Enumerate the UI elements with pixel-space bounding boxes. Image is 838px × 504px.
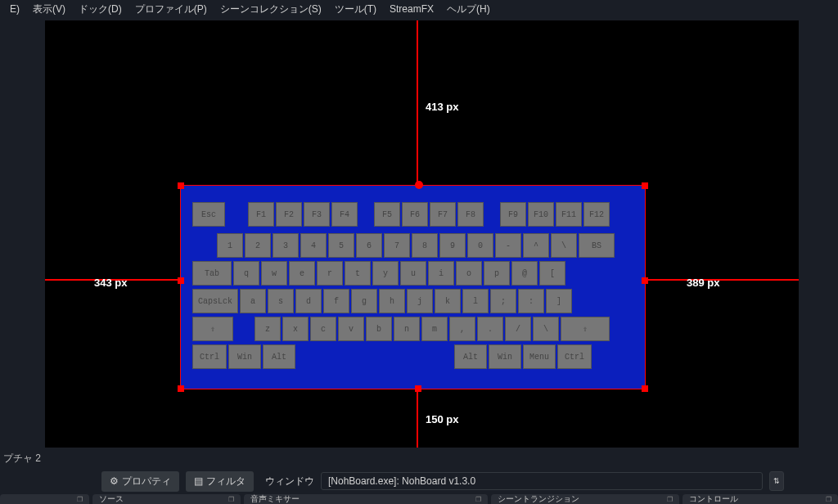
properties-button[interactable]: ⚙ プロパティ xyxy=(101,471,179,492)
menu-profile[interactable]: プロファイル(P) xyxy=(128,1,214,18)
handle-ne[interactable] xyxy=(642,182,648,189)
key-menu: Menu xyxy=(523,344,556,369)
key-y: y xyxy=(372,261,399,286)
properties-label: プロパティ xyxy=(122,475,171,488)
menu-edit[interactable]: E) xyxy=(3,2,26,16)
menu-streamfx[interactable]: StreamFX xyxy=(383,2,440,16)
menu-scenes[interactable]: シーンコレクション(S) xyxy=(214,1,328,18)
filters-button[interactable]: ▤ フィルタ xyxy=(186,471,254,492)
key-7: 7 xyxy=(384,233,410,258)
handle-sw[interactable] xyxy=(178,385,184,392)
key-f11: F11 xyxy=(556,202,582,227)
gap-label-top: 413 px xyxy=(426,101,458,113)
key-u: u xyxy=(400,261,426,286)
key-t: t xyxy=(345,261,371,286)
key-n: n xyxy=(394,317,420,341)
restore-icon: ❐ xyxy=(667,496,673,503)
gear-icon: ⚙ xyxy=(110,475,119,487)
key-k: k xyxy=(435,289,461,313)
restore-icon: ❐ xyxy=(475,496,481,503)
tab-capture[interactable]: プチャ 2 xyxy=(3,452,41,466)
menu-view[interactable]: 表示(V) xyxy=(26,1,72,18)
key-win: Win xyxy=(489,344,521,369)
key-]: ] xyxy=(546,289,572,313)
dock-audio-mixer[interactable]: 音声ミキサー❐ xyxy=(244,494,487,504)
key-8: 8 xyxy=(412,233,438,258)
key-h: h xyxy=(379,289,405,313)
window-stepper[interactable]: ⇅ xyxy=(769,471,784,491)
key-f9: F9 xyxy=(500,202,526,227)
restore-icon: ❐ xyxy=(826,496,831,503)
key-x: x xyxy=(282,317,309,341)
key-win: Win xyxy=(228,344,261,369)
key-,: , xyxy=(449,317,475,341)
key-f1: F1 xyxy=(248,202,274,227)
key-.: . xyxy=(477,317,503,341)
key-f: f xyxy=(323,289,349,313)
restore-icon: ❐ xyxy=(228,496,234,503)
handle-s[interactable] xyxy=(415,385,421,392)
key-tab: Tab xyxy=(192,261,232,286)
guide-vertical-bottom xyxy=(417,389,418,448)
window-label: ウィンドウ xyxy=(265,475,314,488)
dock-sources[interactable]: ソース❐ xyxy=(92,494,241,504)
guide-vertical-top xyxy=(417,20,418,185)
menu-dock[interactable]: ドック(D) xyxy=(72,1,128,18)
key-1: 1 xyxy=(217,233,243,258)
key-⇧: ⇧ xyxy=(561,317,610,341)
key-i: i xyxy=(428,261,454,286)
handle-w[interactable] xyxy=(178,277,184,284)
selected-source[interactable]: EscF1F2F3F4F5F6F7F8F9F10F11F12 123456789… xyxy=(180,185,646,389)
menu-tools[interactable]: ツール(T) xyxy=(328,1,383,18)
handle-n[interactable] xyxy=(415,181,423,189)
key-⇧: ⇧ xyxy=(192,317,233,341)
dock-scenes[interactable]: ❐ xyxy=(0,494,89,504)
key-w: w xyxy=(261,261,287,286)
window-dropdown[interactable]: [NohBoard.exe]: NohBoard v1.3.0 xyxy=(321,472,763,490)
preview-tabs: プチャ 2 xyxy=(0,448,41,468)
key-f4: F4 xyxy=(331,202,358,227)
key-;: ; xyxy=(490,289,516,313)
key-f12: F12 xyxy=(583,202,610,227)
key-alt: Alt xyxy=(263,344,295,369)
nohboard-keyboard: EscF1F2F3F4F5F6F7F8F9F10F11F12 123456789… xyxy=(192,202,634,380)
menu-help[interactable]: ヘルプ(H) xyxy=(440,1,497,18)
key-l: l xyxy=(462,289,489,313)
key-b: b xyxy=(366,317,392,341)
key-z: z xyxy=(255,317,281,341)
key-2: 2 xyxy=(245,233,271,258)
key-capslck: CapsLck xyxy=(192,289,238,313)
handle-e[interactable] xyxy=(642,277,648,284)
key-ctrl: Ctrl xyxy=(557,344,592,369)
key-f7: F7 xyxy=(430,202,456,227)
dock-controls[interactable]: コントロール❐ xyxy=(683,494,838,504)
key-q: q xyxy=(233,261,259,286)
key-bs: BS xyxy=(579,233,615,258)
dock-scene-transitions[interactable]: シーントランジション❐ xyxy=(491,494,679,504)
key-[: [ xyxy=(539,261,565,286)
key-esc: Esc xyxy=(192,202,225,227)
key-g: g xyxy=(351,289,377,313)
key-3: 3 xyxy=(273,233,299,258)
key-\: \ xyxy=(551,233,577,258)
key-:: : xyxy=(518,289,544,313)
key-d: d xyxy=(295,289,322,313)
source-toolbar: ⚙ プロパティ ▤ フィルタ ウィンドウ [NohBoard.exe]: Noh… xyxy=(0,470,838,493)
handle-se[interactable] xyxy=(642,385,648,392)
window-value: [NohBoard.exe]: NohBoard v1.3.0 xyxy=(328,475,475,487)
key-p: p xyxy=(484,261,510,286)
key-6: 6 xyxy=(356,233,382,258)
key-4: 4 xyxy=(300,233,327,258)
key-f3: F3 xyxy=(304,202,330,227)
key-r: r xyxy=(317,261,343,286)
key--: - xyxy=(495,233,521,258)
preview-canvas[interactable]: 413 px 343 px 389 px 150 px EscF1F2F3F4F… xyxy=(45,20,799,448)
key-e: e xyxy=(289,261,315,286)
key-0: 0 xyxy=(467,233,493,258)
filters-label: フィルタ xyxy=(206,475,246,488)
key-j: j xyxy=(407,289,433,313)
key-s: s xyxy=(268,289,294,313)
key-f5: F5 xyxy=(374,202,400,227)
handle-nw[interactable] xyxy=(178,182,184,189)
gap-label-left: 343 px xyxy=(94,277,127,289)
